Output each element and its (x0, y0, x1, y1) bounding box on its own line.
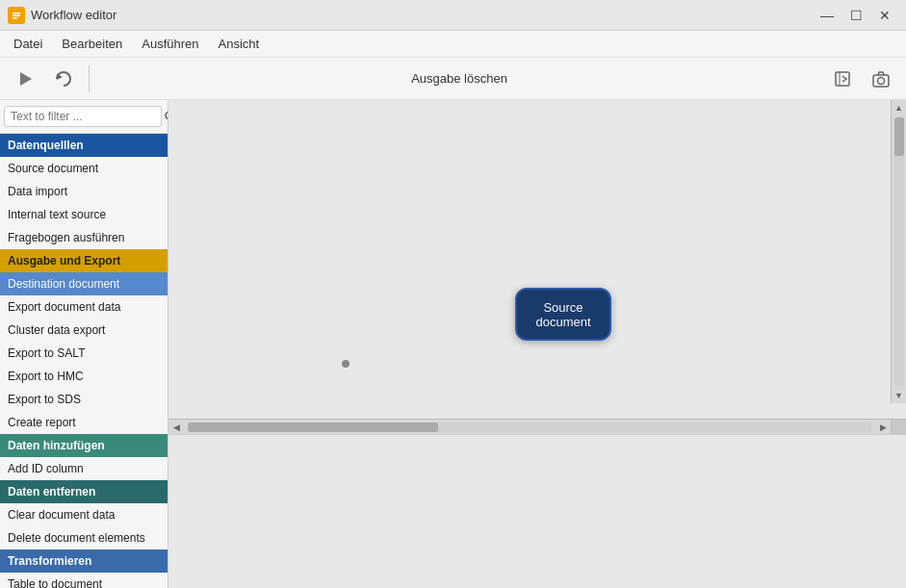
scroll-corner (891, 420, 906, 435)
vscroll-up-arrow[interactable]: ▲ (892, 100, 907, 115)
svg-rect-1 (13, 13, 20, 14)
vscroll-down-arrow[interactable]: ▼ (892, 388, 907, 403)
vscroll-thumb[interactable] (894, 117, 904, 156)
undo-button[interactable] (46, 62, 81, 96)
toolbar-right-buttons (825, 62, 898, 96)
sidebar-item-source-document[interactable]: Source document (0, 157, 168, 180)
category-transformieren: Transformieren (0, 550, 168, 573)
canvas-vscroll[interactable]: ▲ ▼ (891, 100, 906, 403)
svg-marker-5 (57, 74, 63, 80)
sidebar-item-internal-text-source[interactable]: Internal text source (0, 203, 168, 226)
toolbar-separator (89, 65, 90, 92)
sidebar-item-add-id-column[interactable]: Add ID column (0, 457, 168, 480)
svg-marker-4 (20, 72, 32, 86)
maximize-button[interactable]: ☐ (842, 2, 869, 29)
category-daten-entfernen: Daten entfernen (0, 480, 168, 503)
left-panel: Datenquelllen Source document Data impor… (0, 100, 168, 588)
export-button[interactable] (825, 62, 860, 96)
svg-point-9 (878, 77, 885, 84)
category-ausgabe-export: Ausgabe und Export (0, 249, 168, 272)
hscroll-thumb[interactable] (188, 422, 438, 432)
sidebar-item-export-to-hmc[interactable]: Export to HMC (0, 365, 168, 388)
app-icon (8, 7, 25, 24)
sidebar-item-export-document-data[interactable]: Export document data (0, 295, 168, 319)
close-button[interactable]: ✕ (871, 2, 898, 29)
node-label: Source document (535, 300, 590, 329)
hscroll-left-arrow[interactable]: ◀ (168, 420, 184, 435)
menubar: Datei Bearbeiten Ausführen Ansicht (0, 31, 906, 58)
sidebar-list: Datenquelllen Source document Data impor… (0, 134, 168, 588)
sidebar-item-clear-document-data[interactable]: Clear document data (0, 503, 168, 526)
camera-button[interactable] (864, 62, 898, 96)
play-button[interactable] (8, 62, 42, 96)
window-title: Workflow editor (31, 8, 814, 22)
filter-row (0, 100, 168, 134)
menu-ausfuehren[interactable]: Ausführen (132, 33, 208, 55)
category-datenquellen: Datenquelllen (0, 134, 168, 157)
menu-ansicht[interactable]: Ansicht (209, 33, 270, 55)
window-controls: — ☐ ✕ (814, 2, 898, 29)
sidebar-item-delete-document-elements[interactable]: Delete document elements (0, 526, 168, 550)
sidebar-item-create-report[interactable]: Create report (0, 411, 168, 434)
canvas-main[interactable]: ▲ ▼ Source document (168, 100, 906, 419)
connector-left (342, 360, 349, 368)
sidebar-item-fragebogen-ausfuehren[interactable]: Fragebogen ausführen (0, 226, 168, 249)
vscroll-track (894, 117, 904, 386)
svg-rect-3 (13, 17, 17, 19)
sidebar-item-destination-document[interactable]: Destination document (0, 272, 168, 295)
menu-bearbeiten[interactable]: Bearbeiten (52, 33, 132, 55)
filter-input[interactable] (4, 106, 162, 127)
hscroll-track (188, 422, 871, 432)
titlebar: Workflow editor — ☐ ✕ (0, 0, 906, 31)
main-layout: Datenquelllen Source document Data impor… (0, 100, 906, 588)
svg-rect-2 (13, 14, 20, 16)
sidebar-item-cluster-data-export[interactable]: Cluster data export (0, 319, 168, 342)
category-daten-hinzufuegen: Daten hinzufügen (0, 434, 168, 457)
toolbar-action-label: Ausgabe löschen (97, 71, 821, 86)
hscroll-right-arrow[interactable]: ▶ (875, 420, 891, 435)
canvas-bottom[interactable] (168, 434, 906, 588)
canvas-hscroll: ◀ ▶ (168, 419, 906, 434)
sidebar-item-export-to-sds[interactable]: Export to SDS (0, 388, 168, 411)
sidebar-item-data-import[interactable]: Data import (0, 180, 168, 203)
toolbar: Ausgabe löschen (0, 58, 906, 100)
sidebar-item-export-to-salt[interactable]: Export to SALT (0, 342, 168, 365)
minimize-button[interactable]: — (814, 2, 841, 29)
canvas-area: ▲ ▼ Source document ◀ ▶ (168, 100, 906, 588)
sidebar-item-table-to-document[interactable]: Table to document (0, 573, 168, 588)
menu-datei[interactable]: Datei (4, 33, 52, 55)
workflow-node-source-document[interactable]: Source document (515, 288, 611, 341)
